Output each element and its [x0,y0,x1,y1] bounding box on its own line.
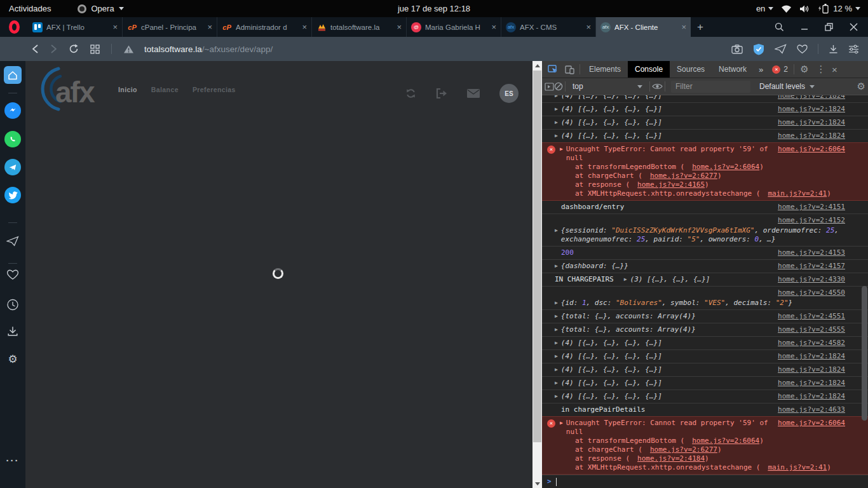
console-row[interactable]: ▶(4) [{…}, {…}, {…}, {…}]home.js?v=2:182… [542,376,868,390]
tab-close-icon[interactable]: × [397,23,402,31]
console-row[interactable]: ▶(4) [{…}, {…}, {…}, {…}]home.js?v=2:182… [542,116,868,129]
site-security-warning-icon[interactable] [123,44,134,54]
my-flow-icon[interactable] [775,44,787,54]
sidebar-downloads-button[interactable] [8,326,18,337]
sidebar-whatsapp-button[interactable] [4,131,21,147]
console-row[interactable]: ▶(4) [{…}, {…}, {…}, {…}]home.js?v=2:182… [542,349,868,363]
activities-button[interactable]: Actividades [9,4,51,13]
console-row[interactable]: ▶{total: {…}, accounts: Array(4)}home.js… [542,309,868,323]
expand-caret[interactable]: ▶ [555,312,558,321]
source-link[interactable]: home.js?v=2:4633 [770,405,845,414]
mail-icon[interactable] [467,89,480,98]
expand-caret[interactable]: ▶ [560,145,563,163]
window-minimize-button[interactable] [801,24,808,31]
console-row[interactable]: ▶(4) [{…}, {…}, {…}, {…}]home.js?v=2:182… [542,129,868,142]
tab-administrador[interactable]: cP Administrador d × [217,17,312,37]
expand-caret[interactable]: ▶ [555,339,558,348]
source-link[interactable]: main.js?v=2:41 [760,189,827,198]
source-link[interactable]: home.js?v=2:1824 [770,105,845,114]
console-row[interactable]: ▶(4) [{…}, {…}, {…}, {…}]home.js?v=2:182… [542,102,868,116]
sidebar-speed-dial-button[interactable] [4,66,22,84]
more-tabs-icon[interactable]: » [754,65,768,74]
console-settings-gear-icon[interactable]: ⚙ [857,81,865,92]
new-tab-button[interactable]: + [691,17,710,37]
sidebar-telegram-button[interactable] [4,159,21,175]
console-row[interactable]: ▶{dashboard: {…}}home.js?v=2:4157 [542,259,868,273]
sidebar-my-flow-button[interactable] [6,236,19,247]
expand-caret[interactable]: ▶ [555,365,558,374]
sidebar-bookmarks-button[interactable] [7,269,19,280]
source-link[interactable]: main.js?v=2:41 [760,463,827,471]
source-link[interactable]: home.js?v=2:4582 [770,339,845,348]
sidebar-messenger-button[interactable] [4,102,21,119]
source-link[interactable]: home.js?v=2:4551 [770,312,845,321]
devtools-tab-console[interactable]: Console [628,61,670,78]
expand-caret[interactable]: ▶ [555,392,558,401]
sidebar-twitter-button[interactable] [4,187,21,203]
expand-caret[interactable]: ▶ [555,95,558,100]
tab-cpanel-principal[interactable]: cP cPanel - Principa × [123,17,217,37]
source-link[interactable]: home.js?v=2:4555 [770,325,845,334]
inspect-element-icon[interactable] [545,61,561,78]
console-row[interactable]: home.js?v=2:4550▶{id: 1, dsc: "Bolívares… [542,286,868,309]
source-link[interactable]: home.js?v=2:1824 [770,379,845,388]
back-button[interactable] [32,44,39,54]
tab-afx-cliente-active[interactable]: afx AFX - Cliente × [596,17,691,37]
logout-icon[interactable] [436,88,447,98]
console-error-badge[interactable]: × 2 [768,65,792,74]
vpn-shield-badge[interactable] [753,43,764,55]
sidebar-settings-button[interactable]: ⚙ [8,354,17,365]
source-link[interactable]: home.js?v=2:4165 [630,180,705,189]
source-link[interactable]: home.js?v=2:6064 [684,163,759,171]
console-filter-input[interactable] [671,81,750,93]
expand-caret[interactable]: ▶ [555,325,558,334]
console-row[interactable]: ▶(4) [{…}, {…}, {…}, {…}]home.js?v=2:182… [542,363,868,376]
tab-close-icon[interactable]: × [207,23,212,31]
tab-maria-gabriela[interactable]: @ Maria Gabriela H × [407,17,501,37]
console-prompt[interactable]: > [542,475,868,488]
opera-menu-button[interactable] [0,17,28,37]
tab-close-icon[interactable]: × [112,23,118,31]
scroll-down-arrow[interactable] [532,479,542,488]
bookmark-heart-icon[interactable] [797,44,808,54]
speed-dial-icon[interactable] [90,44,100,54]
snapshot-camera-icon[interactable] [731,44,743,54]
tab-close-icon[interactable]: × [586,23,591,31]
easy-setup-sliders-icon[interactable] [848,44,859,54]
source-link[interactable]: home.js?v=2:6064 [770,145,845,163]
source-link[interactable]: home.js?v=2:1824 [770,95,845,100]
console-row[interactable]: in chargePairDetailshome.js?v=2:4633 [542,403,868,416]
expand-caret[interactable]: ▶ [624,275,627,284]
expand-caret[interactable]: ▶ [555,132,558,140]
console-row[interactable]: dashboard/entryhome.js?v=2:4151 [542,201,868,214]
source-link[interactable]: home.js?v=2:6064 [684,437,759,445]
scrollbar-thumb[interactable] [533,71,541,442]
tab-close-icon[interactable]: × [491,23,496,31]
forward-button[interactable] [50,44,57,54]
tab-totalsoftware[interactable]: totalsoftware.la × [312,17,407,37]
app-menu[interactable]: Opera [78,4,123,13]
tab-close-icon[interactable]: × [681,23,686,31]
source-link[interactable]: home.js?v=2:1824 [770,118,845,127]
execution-context-selector[interactable]: top [567,82,648,91]
sidebar-history-button[interactable] [7,299,19,311]
window-restore-button[interactable] [825,23,833,31]
window-close-button[interactable] [850,23,858,31]
clear-console-icon[interactable] [554,82,563,91]
live-expression-eye-icon[interactable] [652,83,663,90]
downloads-icon[interactable] [829,44,838,54]
system-status-area[interactable]: en 12 % [756,3,860,14]
reload-button[interactable] [69,44,79,54]
console-sidebar-toggle-icon[interactable] [545,83,554,91]
sidebar-more-button[interactable]: ··· [6,455,20,466]
language-badge[interactable]: ES [499,84,519,103]
source-link[interactable]: home.js?v=2:4330 [770,275,845,284]
log-levels-selector[interactable]: Default levels [754,82,820,91]
devtools-tab-sources[interactable]: Sources [670,61,712,78]
devtools-settings-gear-icon[interactable]: ⚙ [796,61,813,78]
console-row[interactable]: 200home.js?v=2:4153 [542,246,868,259]
nav-balance[interactable]: Balance [151,86,179,93]
clock[interactable]: jue 17 de sep 12:18 [398,4,470,13]
nav-inicio[interactable]: Inicio [118,86,137,93]
source-link[interactable]: home.js?v=2:1824 [770,365,845,374]
